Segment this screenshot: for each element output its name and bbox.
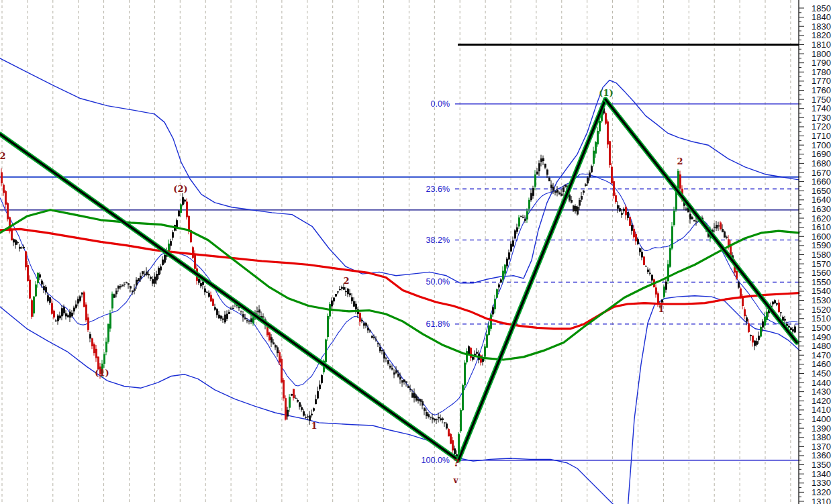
y-axis-label: 1370 [812, 442, 831, 452]
candle-body [202, 282, 204, 285]
candle-body [212, 299, 214, 306]
candle-body [134, 289, 136, 291]
candle-body [29, 280, 31, 299]
candle-body [87, 317, 89, 330]
candle-body [639, 248, 641, 252]
candle-body [593, 151, 595, 164]
candle-body [186, 201, 188, 217]
y-axis-label: 1410 [812, 405, 831, 415]
candle-body [540, 158, 542, 162]
candle-body [73, 307, 75, 311]
candle-body [671, 226, 673, 248]
candle-body [615, 195, 617, 202]
candle-body [589, 172, 591, 177]
candle-body [500, 279, 502, 282]
candle-body [446, 423, 448, 428]
candle-body [126, 282, 128, 283]
candle-body [772, 301, 774, 304]
y-axis-label: 1680 [812, 158, 831, 168]
candle-body [520, 216, 522, 217]
y-axis-label: 1760 [812, 85, 831, 95]
candle-body [760, 327, 762, 337]
candle-body [204, 289, 206, 293]
candle-body [333, 297, 335, 301]
candle-body [548, 178, 550, 181]
candle-body [677, 171, 679, 189]
candle-body [508, 252, 510, 259]
candle-body [277, 347, 279, 353]
candle-body [583, 191, 585, 193]
candle-body [774, 300, 776, 303]
candle-body [160, 266, 162, 270]
candle-body [3, 185, 5, 193]
candle-body [476, 352, 478, 353]
candle-body [794, 327, 796, 333]
candle-body [488, 325, 490, 335]
candle-body [23, 247, 25, 248]
y-axis-label: 1640 [812, 195, 831, 205]
candle-body [595, 142, 597, 154]
candle-body [401, 380, 403, 383]
candle-body [552, 187, 554, 191]
candle-body [399, 376, 401, 379]
candle-body [605, 113, 607, 123]
candle-body [762, 321, 764, 327]
candle-body [573, 205, 575, 211]
candle-body [240, 311, 242, 311]
candle-body [55, 321, 57, 321]
candle-body [138, 279, 140, 281]
trend-line-0 [0, 134, 458, 460]
wave-label: (2) [173, 184, 187, 194]
candle-body [107, 324, 109, 342]
candle-body [657, 293, 659, 303]
candle-body [341, 287, 343, 289]
candle-body [391, 368, 393, 369]
y-axis-label: 1660 [812, 177, 831, 187]
y-axis-label: 1470 [812, 350, 831, 360]
candle-body [49, 297, 51, 303]
candle-body [93, 344, 95, 353]
candle-body [665, 282, 667, 290]
y-axis-label: 1780 [812, 67, 831, 77]
candle-body [200, 283, 202, 287]
wave-label: 1 [658, 304, 664, 314]
candle-body [418, 399, 420, 401]
wave-label: 2 [343, 276, 349, 286]
y-axis-label: 1740 [812, 103, 831, 113]
y-axis-label: 1690 [812, 149, 831, 159]
candle-body [148, 274, 150, 275]
y-axis-label: 1620 [812, 213, 831, 223]
candle-body [369, 330, 371, 331]
candle-body [415, 396, 418, 401]
candle-body [617, 205, 619, 209]
candle-body [91, 338, 93, 346]
candle-body [736, 271, 738, 279]
candle-body [780, 312, 782, 313]
fib-label: 38.2% [426, 236, 450, 245]
candle-body [484, 346, 486, 356]
candle-body [83, 292, 85, 307]
candle-body [679, 174, 681, 189]
candle-body [158, 268, 160, 275]
candle-body [432, 417, 434, 419]
candle-body [164, 255, 166, 263]
candle-body [675, 191, 677, 209]
candle-body [180, 205, 182, 213]
candle-body [389, 366, 391, 368]
y-axis-label: 1840 [812, 12, 831, 22]
candle-body [778, 303, 780, 312]
candle-body [224, 315, 226, 323]
candle-body [89, 334, 91, 338]
y-axis-label: 1390 [812, 423, 831, 434]
candle-body [47, 295, 49, 301]
candle-body [63, 307, 65, 313]
y-axis-label: 1700 [812, 140, 831, 150]
y-axis-label: 1830 [812, 21, 831, 32]
candle-body [25, 251, 27, 267]
candle-body [81, 293, 83, 294]
y-axis-label: 1490 [812, 332, 831, 342]
candle-body [436, 419, 438, 420]
candle-body [313, 408, 315, 411]
candle-body [337, 291, 339, 292]
candle-body [222, 319, 224, 320]
